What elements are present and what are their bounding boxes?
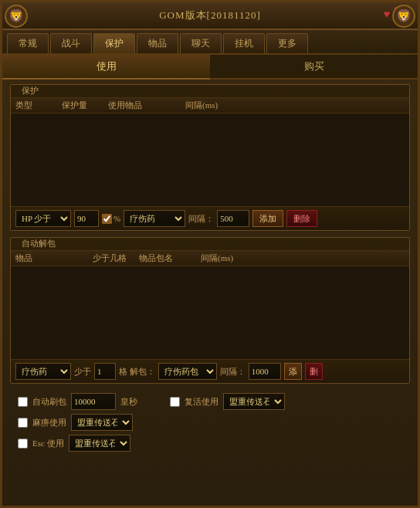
option-row-2: 麻痹使用 盟重传送石 疗伤药 bbox=[18, 414, 402, 431]
paralysis-label: 麻痹使用 bbox=[32, 417, 66, 428]
hp-condition-select[interactable]: HP 少于 MP 少于 bbox=[15, 210, 71, 227]
interval-label-unpack: 间隔： bbox=[220, 366, 246, 378]
unpack-item-select[interactable]: 疗伤药 MP 药 bbox=[15, 363, 71, 380]
revive-checkbox[interactable] bbox=[170, 397, 180, 407]
tab-protect[interactable]: 保护 bbox=[93, 33, 135, 53]
tab-combat[interactable]: 战斗 bbox=[50, 33, 92, 53]
esc-checkbox[interactable] bbox=[18, 439, 28, 449]
protection-control-row: HP 少于 MP 少于 % 疗伤药 MP 药 间隔： 添加 删除 bbox=[11, 206, 409, 230]
hp-value-input[interactable] bbox=[74, 210, 99, 227]
s2-col-bag: 物品包名 bbox=[139, 252, 201, 264]
protection-label: 保护 bbox=[22, 85, 39, 97]
unpack-del-button[interactable]: 删 bbox=[305, 363, 323, 380]
unpack-min-input[interactable] bbox=[94, 363, 116, 380]
option-row-1: 自动刷包 皇秒 复活使用 盟重传送石 疗伤药 bbox=[18, 393, 402, 410]
col-type: 类型 bbox=[15, 100, 62, 111]
main-window: 🦁 GOM版本[20181120] ♥ ✕ 🦁 常规 战斗 保护 物品 聊天 挂… bbox=[0, 0, 420, 508]
heart-icon: ♥ bbox=[384, 8, 390, 21]
tab-chat[interactable]: 聊天 bbox=[180, 33, 222, 53]
corner-left-decoration: 🦁 bbox=[4, 4, 29, 29]
unpack-label: 自动解包 bbox=[22, 238, 56, 249]
main-content: 保护 类型 保护量 使用物品 间隔(ms) HP 少于 MP 少于 bbox=[2, 80, 418, 507]
tab-items[interactable]: 物品 bbox=[137, 33, 178, 53]
sub-tab-use[interactable]: 使用 bbox=[2, 55, 210, 80]
protection-section: 保护 类型 保护量 使用物品 间隔(ms) HP 少于 MP 少于 bbox=[10, 84, 410, 231]
nav-tabs: 常规 战斗 保护 物品 聊天 挂机 更多 bbox=[2, 30, 418, 55]
protection-table-header: 类型 保护量 使用物品 间隔(ms) bbox=[11, 98, 409, 113]
s2-col-item: 物品 bbox=[15, 252, 93, 264]
svg-text:🦁: 🦁 bbox=[8, 8, 24, 23]
unpack-table-header: 物品 少于几格 物品包名 间隔(ms) bbox=[11, 251, 409, 266]
pct-label: % bbox=[113, 214, 120, 223]
option-row-3: Esc 使用 盟重传送石 疗伤药 bbox=[18, 435, 402, 452]
auto-refresh-label: 自动刷包 bbox=[32, 396, 66, 408]
esc-select[interactable]: 盟重传送石 疗伤药 bbox=[69, 435, 130, 452]
interval-label-prot: 间隔： bbox=[188, 213, 214, 225]
title-bar: 🦁 GOM版本[20181120] ♥ ✕ 🦁 bbox=[2, 2, 418, 30]
svg-text:🦁: 🦁 bbox=[396, 8, 412, 23]
bottom-options: 自动刷包 皇秒 复活使用 盟重传送石 疗伤药 麻痹使用 盟重传送石 疗伤药 bbox=[10, 390, 410, 455]
esc-label: Esc 使用 bbox=[32, 438, 64, 449]
auto-refresh-value[interactable] bbox=[71, 393, 116, 410]
protection-header: 保护 bbox=[11, 85, 409, 98]
unpack-grid-label: 格 解包： bbox=[119, 366, 155, 378]
unpack-header: 自动解包 bbox=[11, 238, 409, 251]
pct-wrapper: % bbox=[102, 214, 120, 224]
tab-normal[interactable]: 常规 bbox=[7, 33, 49, 53]
col-interval: 间隔(ms) bbox=[185, 100, 405, 111]
tab-afk[interactable]: 挂机 bbox=[223, 33, 265, 53]
add-button[interactable]: 添加 bbox=[252, 210, 283, 227]
sub-tab-buy[interactable]: 购买 bbox=[210, 55, 418, 80]
col-item: 使用物品 bbox=[108, 100, 185, 111]
unpack-min-label: 少于 bbox=[74, 366, 91, 378]
paralysis-select[interactable]: 盟重传送石 疗伤药 bbox=[71, 414, 133, 431]
s2-col-min: 少于几格 bbox=[93, 252, 139, 264]
s2-col-interval: 间隔(ms) bbox=[201, 252, 405, 264]
pct-checkbox[interactable] bbox=[102, 214, 112, 224]
revive-label: 复活使用 bbox=[185, 396, 218, 408]
paralysis-checkbox[interactable] bbox=[18, 418, 28, 428]
protection-table-body bbox=[11, 113, 409, 206]
interval-input[interactable] bbox=[217, 210, 249, 227]
unpack-table-body bbox=[11, 266, 409, 359]
unpack-section: 自动解包 物品 少于几格 物品包名 间隔(ms) 疗伤药 MP 药 少于 格 解… bbox=[10, 237, 410, 384]
sub-tabs: 使用 购买 bbox=[2, 55, 418, 80]
auto-refresh-unit: 皇秒 bbox=[120, 396, 137, 408]
unpack-add-button[interactable]: 添 bbox=[284, 363, 302, 380]
unpack-interval-input[interactable] bbox=[249, 363, 281, 380]
window-title: GOM版本[20181120] bbox=[159, 8, 261, 22]
del-button[interactable]: 删除 bbox=[286, 210, 317, 227]
col-amount: 保护量 bbox=[62, 100, 108, 111]
item-select[interactable]: 疗伤药 MP 药 bbox=[124, 210, 185, 227]
tab-more[interactable]: 更多 bbox=[266, 33, 308, 53]
unpack-bag-select[interactable]: 疗伤药包 bbox=[158, 363, 217, 380]
revive-select[interactable]: 盟重传送石 疗伤药 bbox=[223, 393, 285, 410]
auto-refresh-checkbox[interactable] bbox=[18, 397, 28, 407]
unpack-control-row: 疗伤药 MP 药 少于 格 解包： 疗伤药包 间隔： 添 删 bbox=[11, 359, 409, 383]
corner-right-decoration: 🦁 bbox=[391, 4, 416, 29]
